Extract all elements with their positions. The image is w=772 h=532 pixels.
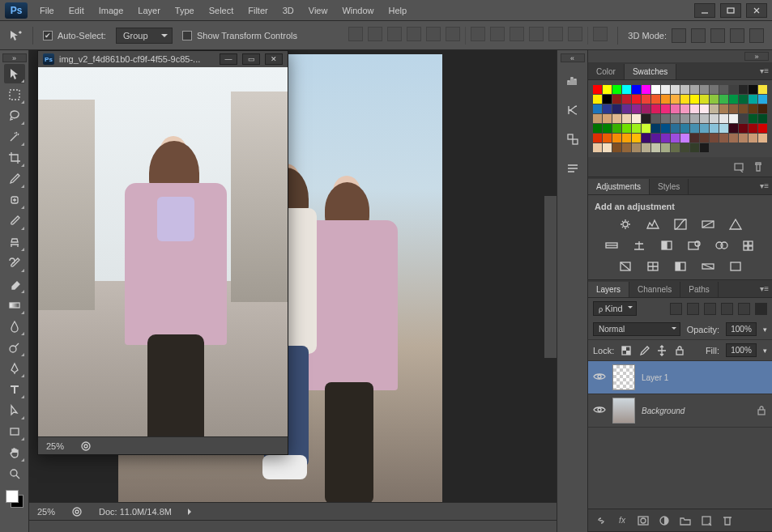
floating-document[interactable]: Ps img_v2_f4d861b0-cf9f-4f55-9c85-... — … [37, 50, 288, 455]
swatch[interactable] [593, 95, 602, 104]
swatch[interactable] [700, 104, 709, 113]
tools-expander[interactable]: » [2, 53, 27, 62]
swatch[interactable] [739, 114, 748, 123]
chevron-down-icon[interactable]: ▾ [763, 347, 767, 355]
swatch[interactable] [719, 114, 728, 123]
auto-select-checkbox[interactable] [43, 31, 53, 40]
swatch[interactable] [622, 85, 631, 94]
align-right-icon[interactable] [446, 27, 460, 41]
layer-visibility-icon[interactable] [593, 372, 606, 383]
channel-mixer-icon[interactable] [714, 239, 730, 252]
dist-vcenter-icon[interactable] [490, 27, 505, 41]
eyedropper-tool[interactable] [4, 169, 25, 189]
swatch[interactable] [671, 104, 680, 113]
filter-pixel-icon[interactable] [670, 303, 682, 315]
swatch[interactable] [632, 143, 641, 152]
dodge-tool[interactable] [4, 338, 25, 357]
swatch[interactable] [690, 85, 699, 94]
dock-expander[interactable]: « [561, 53, 585, 62]
swatch[interactable] [603, 95, 612, 104]
swatch[interactable] [758, 124, 767, 133]
threshold-icon[interactable] [672, 260, 689, 273]
close-button[interactable] [746, 3, 767, 18]
swatch[interactable] [680, 85, 689, 94]
swatch[interactable] [593, 85, 602, 94]
align-bottom-icon[interactable] [387, 27, 402, 41]
swatch[interactable] [661, 85, 670, 94]
paragraph-panel-icon[interactable] [562, 158, 583, 179]
nav-icon[interactable] [71, 506, 83, 517]
swatch[interactable] [710, 124, 719, 133]
brush-panel-icon[interactable] [562, 100, 583, 121]
chevron-down-icon[interactable]: ▾ [763, 326, 767, 334]
panels-expander[interactable]: » [744, 52, 769, 61]
swatch[interactable] [661, 95, 670, 104]
swatch[interactable] [729, 134, 738, 143]
swatch[interactable] [632, 104, 641, 113]
lock-all-icon[interactable] [674, 345, 685, 356]
swatch[interactable] [690, 95, 699, 104]
swatch[interactable] [651, 95, 660, 104]
swatch[interactable] [642, 124, 650, 133]
swatch[interactable] [671, 134, 680, 143]
show-transform-checkbox[interactable] [182, 31, 192, 40]
swatch-grid[interactable] [588, 80, 772, 157]
align-left-icon[interactable] [407, 27, 421, 41]
swatch[interactable] [729, 104, 738, 113]
swatch[interactable] [700, 124, 709, 133]
floating-zoom[interactable]: 25% [46, 441, 64, 451]
layer-row[interactable]: Layer 1 [588, 361, 772, 394]
swatch[interactable] [671, 85, 680, 94]
swatch[interactable] [642, 134, 650, 143]
swatch[interactable] [651, 134, 660, 143]
swatch[interactable] [632, 134, 641, 143]
swatch[interactable] [700, 85, 709, 94]
v-scrollbar[interactable] [544, 196, 557, 358]
swatch[interactable] [739, 124, 748, 133]
swatch[interactable] [719, 95, 728, 104]
trash-icon[interactable] [753, 161, 764, 172]
invert-icon[interactable] [617, 260, 633, 273]
dist-left-icon[interactable] [529, 27, 544, 41]
swatch[interactable] [671, 143, 680, 152]
swatch[interactable] [758, 95, 767, 104]
photo-filter-icon[interactable] [686, 239, 702, 252]
swatch[interactable] [622, 134, 631, 143]
filter-shape-icon[interactable] [721, 303, 733, 315]
swatch[interactable] [661, 114, 670, 123]
menu-filter[interactable]: Filter [241, 2, 275, 19]
healing-brush-tool[interactable] [4, 190, 25, 210]
status-disclosure-icon[interactable] [188, 509, 194, 515]
brush-tool[interactable] [4, 211, 25, 231]
align-top-icon[interactable] [348, 27, 363, 41]
color-balance-icon[interactable] [631, 239, 647, 252]
swatch[interactable] [642, 85, 650, 94]
tab-paths[interactable]: Paths [680, 282, 719, 297]
swatch[interactable] [622, 143, 631, 152]
swatch[interactable] [710, 134, 719, 143]
swatch[interactable] [749, 85, 757, 94]
swatch[interactable] [700, 95, 709, 104]
3d-roll-icon[interactable] [691, 28, 706, 43]
magic-wand-tool[interactable] [4, 127, 25, 147]
swatch[interactable] [632, 114, 641, 123]
layer-thumbnail[interactable] [612, 364, 635, 390]
dist-hcenter-icon[interactable] [548, 27, 563, 41]
lock-transparency-icon[interactable] [621, 345, 632, 356]
swatch[interactable] [612, 85, 621, 94]
filter-type-icon[interactable] [704, 303, 716, 315]
swatch[interactable] [680, 143, 689, 152]
tab-channels[interactable]: Channels [629, 282, 680, 297]
levels-icon[interactable] [645, 218, 661, 231]
tab-layers[interactable]: Layers [588, 282, 629, 297]
posterize-icon[interactable] [645, 260, 661, 273]
filter-smart-icon[interactable] [738, 303, 750, 315]
swatch[interactable] [690, 114, 699, 123]
swatch[interactable] [700, 134, 709, 143]
swatch[interactable] [739, 104, 748, 113]
swatch[interactable] [612, 95, 621, 104]
swatch[interactable] [612, 143, 621, 152]
swatch[interactable] [632, 85, 641, 94]
move-tool[interactable] [4, 64, 25, 83]
swatch[interactable] [651, 124, 660, 133]
